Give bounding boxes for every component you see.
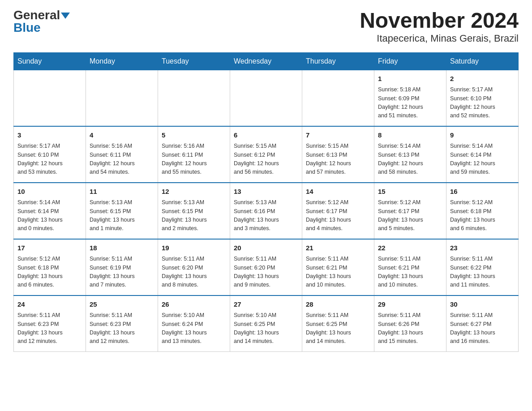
day-info: Sunrise: 5:14 AM Sunset: 6:13 PM Dayligh… (378, 142, 442, 177)
logo-triangle-icon (61, 13, 70, 19)
day-info: Sunrise: 5:15 AM Sunset: 6:12 PM Dayligh… (234, 142, 298, 177)
calendar-cell: 19Sunrise: 5:11 AM Sunset: 6:20 PM Dayli… (158, 239, 230, 295)
page-header: General Blue November 2024 Itapecerica, … (13, 9, 519, 44)
day-info: Sunrise: 5:16 AM Sunset: 6:11 PM Dayligh… (162, 142, 226, 177)
calendar-cell: 2Sunrise: 5:17 AM Sunset: 6:10 PM Daylig… (446, 70, 519, 126)
day-number: 20 (234, 243, 298, 253)
calendar-week-row: 10Sunrise: 5:14 AM Sunset: 6:14 PM Dayli… (14, 183, 519, 239)
calendar-cell: 18Sunrise: 5:11 AM Sunset: 6:19 PM Dayli… (86, 239, 158, 295)
day-number: 26 (162, 300, 226, 310)
day-number: 23 (450, 243, 515, 253)
day-number: 4 (90, 130, 154, 141)
col-header-monday: Monday (86, 52, 158, 70)
day-info: Sunrise: 5:11 AM Sunset: 6:26 PM Dayligh… (378, 311, 442, 346)
day-number: 9 (450, 130, 515, 141)
day-number: 29 (378, 300, 442, 310)
day-number: 19 (162, 243, 226, 253)
col-header-wednesday: Wednesday (230, 52, 302, 70)
day-info: Sunrise: 5:17 AM Sunset: 6:10 PM Dayligh… (450, 86, 515, 120)
calendar-cell: 1Sunrise: 5:18 AM Sunset: 6:09 PM Daylig… (374, 70, 446, 126)
day-number: 21 (306, 243, 370, 253)
col-header-tuesday: Tuesday (158, 52, 230, 70)
day-number: 8 (378, 130, 442, 141)
day-info: Sunrise: 5:11 AM Sunset: 6:25 PM Dayligh… (306, 311, 370, 346)
col-header-thursday: Thursday (302, 52, 374, 70)
calendar-cell: 8Sunrise: 5:14 AM Sunset: 6:13 PM Daylig… (374, 126, 446, 183)
calendar-week-row: 24Sunrise: 5:11 AM Sunset: 6:23 PM Dayli… (14, 295, 519, 352)
calendar-cell: 28Sunrise: 5:11 AM Sunset: 6:25 PM Dayli… (302, 295, 374, 352)
day-info: Sunrise: 5:11 AM Sunset: 6:27 PM Dayligh… (450, 311, 515, 346)
day-number: 15 (378, 187, 442, 197)
calendar-cell: 6Sunrise: 5:15 AM Sunset: 6:12 PM Daylig… (230, 126, 302, 183)
calendar-cell: 24Sunrise: 5:11 AM Sunset: 6:23 PM Dayli… (14, 295, 86, 352)
day-number: 18 (90, 243, 154, 253)
day-number: 25 (90, 300, 154, 310)
col-header-saturday: Saturday (446, 52, 519, 70)
day-info: Sunrise: 5:15 AM Sunset: 6:13 PM Dayligh… (306, 142, 370, 177)
day-info: Sunrise: 5:11 AM Sunset: 6:22 PM Dayligh… (450, 255, 515, 290)
day-info: Sunrise: 5:17 AM Sunset: 6:10 PM Dayligh… (17, 142, 82, 177)
calendar-cell: 4Sunrise: 5:16 AM Sunset: 6:11 PM Daylig… (86, 126, 158, 183)
day-number: 24 (17, 300, 82, 310)
calendar-cell (230, 70, 302, 126)
day-info: Sunrise: 5:12 AM Sunset: 6:17 PM Dayligh… (306, 198, 370, 233)
calendar-cell (158, 70, 230, 126)
day-number: 2 (450, 74, 515, 84)
calendar-cell (86, 70, 158, 126)
calendar-cell: 17Sunrise: 5:12 AM Sunset: 6:18 PM Dayli… (14, 239, 86, 295)
day-number: 6 (234, 130, 298, 141)
day-number: 28 (306, 300, 370, 310)
calendar-title: November 2024 (360, 9, 519, 33)
calendar-cell: 26Sunrise: 5:10 AM Sunset: 6:24 PM Dayli… (158, 295, 230, 352)
calendar-cell: 13Sunrise: 5:13 AM Sunset: 6:16 PM Dayli… (230, 183, 302, 239)
day-info: Sunrise: 5:11 AM Sunset: 6:23 PM Dayligh… (17, 311, 82, 346)
calendar-cell: 11Sunrise: 5:13 AM Sunset: 6:15 PM Dayli… (86, 183, 158, 239)
day-info: Sunrise: 5:13 AM Sunset: 6:15 PM Dayligh… (162, 198, 226, 233)
calendar-cell: 20Sunrise: 5:11 AM Sunset: 6:20 PM Dayli… (230, 239, 302, 295)
day-info: Sunrise: 5:10 AM Sunset: 6:24 PM Dayligh… (162, 311, 226, 346)
calendar-subtitle: Itapecerica, Minas Gerais, Brazil (360, 33, 519, 44)
day-info: Sunrise: 5:11 AM Sunset: 6:20 PM Dayligh… (234, 255, 298, 290)
day-number: 13 (234, 187, 298, 197)
day-number: 5 (162, 130, 226, 141)
day-info: Sunrise: 5:12 AM Sunset: 6:18 PM Dayligh… (17, 255, 82, 290)
calendar-week-row: 1Sunrise: 5:18 AM Sunset: 6:09 PM Daylig… (14, 70, 519, 126)
calendar-cell: 7Sunrise: 5:15 AM Sunset: 6:13 PM Daylig… (302, 126, 374, 183)
day-info: Sunrise: 5:10 AM Sunset: 6:25 PM Dayligh… (234, 311, 298, 346)
day-number: 10 (17, 187, 82, 197)
calendar-week-row: 17Sunrise: 5:12 AM Sunset: 6:18 PM Dayli… (14, 239, 519, 295)
calendar-cell: 5Sunrise: 5:16 AM Sunset: 6:11 PM Daylig… (158, 126, 230, 183)
calendar-header-row: SundayMondayTuesdayWednesdayThursdayFrid… (14, 52, 519, 70)
calendar-cell (14, 70, 86, 126)
logo: General Blue (13, 9, 70, 34)
calendar-cell (302, 70, 374, 126)
col-header-friday: Friday (374, 52, 446, 70)
day-info: Sunrise: 5:16 AM Sunset: 6:11 PM Dayligh… (90, 142, 154, 177)
day-number: 1 (378, 74, 442, 84)
calendar-cell: 23Sunrise: 5:11 AM Sunset: 6:22 PM Dayli… (446, 239, 519, 295)
day-number: 7 (306, 130, 370, 141)
day-number: 3 (17, 130, 82, 141)
logo-text: General (13, 9, 70, 21)
day-info: Sunrise: 5:18 AM Sunset: 6:09 PM Dayligh… (378, 86, 442, 120)
day-info: Sunrise: 5:12 AM Sunset: 6:18 PM Dayligh… (450, 198, 515, 233)
logo-blue: Blue (13, 21, 41, 34)
calendar-cell: 3Sunrise: 5:17 AM Sunset: 6:10 PM Daylig… (14, 126, 86, 183)
calendar-cell: 15Sunrise: 5:12 AM Sunset: 6:17 PM Dayli… (374, 183, 446, 239)
day-info: Sunrise: 5:11 AM Sunset: 6:21 PM Dayligh… (306, 255, 370, 290)
day-info: Sunrise: 5:13 AM Sunset: 6:16 PM Dayligh… (234, 198, 298, 233)
day-number: 17 (17, 243, 82, 253)
calendar-cell: 14Sunrise: 5:12 AM Sunset: 6:17 PM Dayli… (302, 183, 374, 239)
day-info: Sunrise: 5:13 AM Sunset: 6:15 PM Dayligh… (90, 198, 154, 233)
calendar-cell: 9Sunrise: 5:14 AM Sunset: 6:14 PM Daylig… (446, 126, 519, 183)
calendar-cell: 10Sunrise: 5:14 AM Sunset: 6:14 PM Dayli… (14, 183, 86, 239)
day-number: 12 (162, 187, 226, 197)
col-header-sunday: Sunday (14, 52, 86, 70)
day-info: Sunrise: 5:12 AM Sunset: 6:17 PM Dayligh… (378, 198, 442, 233)
day-number: 14 (306, 187, 370, 197)
calendar-cell: 29Sunrise: 5:11 AM Sunset: 6:26 PM Dayli… (374, 295, 446, 352)
calendar-cell: 30Sunrise: 5:11 AM Sunset: 6:27 PM Dayli… (446, 295, 519, 352)
calendar-cell: 25Sunrise: 5:11 AM Sunset: 6:23 PM Dayli… (86, 295, 158, 352)
day-info: Sunrise: 5:11 AM Sunset: 6:20 PM Dayligh… (162, 255, 226, 290)
day-number: 27 (234, 300, 298, 310)
